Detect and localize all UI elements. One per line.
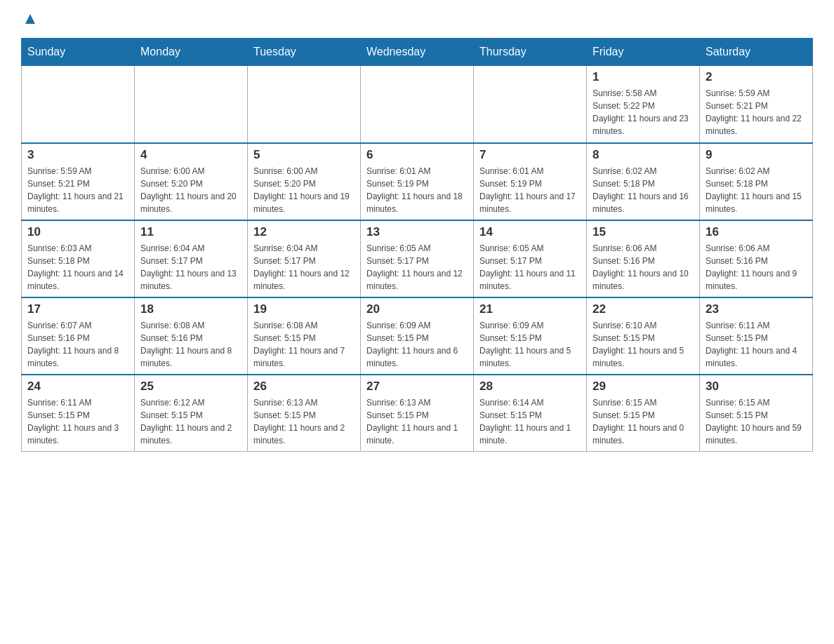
calendar-cell: 5Sunrise: 6:00 AM Sunset: 5:20 PM Daylig… [248, 143, 361, 220]
calendar-cell [22, 66, 135, 143]
logo [21, 14, 38, 27]
day-number: 28 [479, 380, 581, 394]
day-number: 13 [366, 225, 468, 239]
day-number: 27 [366, 380, 468, 394]
calendar-cell: 21Sunrise: 6:09 AM Sunset: 5:15 PM Dayli… [474, 297, 587, 375]
calendar-cell: 17Sunrise: 6:07 AM Sunset: 5:16 PM Dayli… [22, 297, 135, 375]
day-number: 24 [27, 380, 128, 394]
calendar-cell [135, 66, 248, 143]
day-number: 29 [593, 380, 694, 394]
calendar-cell: 20Sunrise: 6:09 AM Sunset: 5:15 PM Dayli… [361, 297, 474, 375]
day-number: 17 [27, 302, 128, 316]
day-number: 9 [706, 148, 807, 162]
day-number: 4 [140, 148, 241, 162]
day-number: 19 [253, 302, 355, 316]
calendar-cell: 10Sunrise: 6:03 AM Sunset: 5:18 PM Dayli… [22, 220, 135, 297]
day-number: 15 [593, 225, 694, 239]
calendar-cell: 8Sunrise: 6:02 AM Sunset: 5:18 PM Daylig… [587, 143, 700, 220]
calendar-cell: 30Sunrise: 6:15 AM Sunset: 5:15 PM Dayli… [700, 375, 813, 452]
calendar-cell: 29Sunrise: 6:15 AM Sunset: 5:15 PM Dayli… [587, 375, 700, 452]
day-info: Sunrise: 6:11 AM Sunset: 5:15 PM Dayligh… [706, 319, 807, 370]
day-info: Sunrise: 6:10 AM Sunset: 5:15 PM Dayligh… [593, 319, 694, 370]
day-info: Sunrise: 6:09 AM Sunset: 5:15 PM Dayligh… [479, 319, 581, 370]
calendar-cell: 16Sunrise: 6:06 AM Sunset: 5:16 PM Dayli… [700, 220, 813, 297]
calendar-cell: 28Sunrise: 6:14 AM Sunset: 5:15 PM Dayli… [474, 375, 587, 452]
day-info: Sunrise: 5:59 AM Sunset: 5:21 PM Dayligh… [27, 165, 128, 215]
calendar-cell: 12Sunrise: 6:04 AM Sunset: 5:17 PM Dayli… [248, 220, 361, 297]
day-number: 3 [27, 148, 128, 162]
day-info: Sunrise: 6:04 AM Sunset: 5:17 PM Dayligh… [140, 242, 241, 293]
weekday-header-friday: Friday [587, 39, 700, 66]
day-number: 1 [593, 70, 694, 84]
calendar-cell: 7Sunrise: 6:01 AM Sunset: 5:19 PM Daylig… [474, 143, 587, 220]
day-info: Sunrise: 6:06 AM Sunset: 5:16 PM Dayligh… [593, 242, 694, 293]
logo-triangle-icon [22, 11, 38, 27]
day-number: 18 [140, 302, 241, 316]
day-info: Sunrise: 6:01 AM Sunset: 5:19 PM Dayligh… [479, 165, 581, 215]
calendar-header-row: SundayMondayTuesdayWednesdayThursdayFrid… [22, 39, 813, 66]
day-number: 16 [706, 225, 807, 239]
day-info: Sunrise: 6:12 AM Sunset: 5:15 PM Dayligh… [140, 396, 241, 447]
calendar-table: SundayMondayTuesdayWednesdayThursdayFrid… [21, 38, 813, 452]
calendar-cell: 2Sunrise: 5:59 AM Sunset: 5:21 PM Daylig… [700, 66, 813, 143]
day-info: Sunrise: 6:00 AM Sunset: 5:20 PM Dayligh… [253, 165, 355, 215]
day-info: Sunrise: 6:09 AM Sunset: 5:15 PM Dayligh… [366, 319, 468, 370]
day-info: Sunrise: 6:15 AM Sunset: 5:15 PM Dayligh… [706, 396, 807, 447]
day-number: 2 [706, 70, 807, 84]
calendar-week-row: 10Sunrise: 6:03 AM Sunset: 5:18 PM Dayli… [22, 220, 813, 297]
calendar-cell: 6Sunrise: 6:01 AM Sunset: 5:19 PM Daylig… [361, 143, 474, 220]
calendar-cell [361, 66, 474, 143]
day-info: Sunrise: 5:58 AM Sunset: 5:22 PM Dayligh… [593, 87, 694, 137]
day-number: 22 [593, 302, 694, 316]
calendar-week-row: 3Sunrise: 5:59 AM Sunset: 5:21 PM Daylig… [22, 143, 813, 220]
day-number: 6 [366, 148, 468, 162]
day-info: Sunrise: 6:05 AM Sunset: 5:17 PM Dayligh… [366, 242, 468, 293]
calendar-cell: 11Sunrise: 6:04 AM Sunset: 5:17 PM Dayli… [135, 220, 248, 297]
weekday-header-wednesday: Wednesday [361, 39, 474, 66]
calendar-cell: 19Sunrise: 6:08 AM Sunset: 5:15 PM Dayli… [248, 297, 361, 375]
calendar-cell: 22Sunrise: 6:10 AM Sunset: 5:15 PM Dayli… [587, 297, 700, 375]
day-info: Sunrise: 6:07 AM Sunset: 5:16 PM Dayligh… [27, 319, 128, 370]
calendar-cell: 9Sunrise: 6:02 AM Sunset: 5:18 PM Daylig… [700, 143, 813, 220]
day-info: Sunrise: 6:06 AM Sunset: 5:16 PM Dayligh… [706, 242, 807, 293]
day-number: 30 [706, 380, 807, 394]
day-info: Sunrise: 6:08 AM Sunset: 5:16 PM Dayligh… [140, 319, 241, 370]
day-info: Sunrise: 6:02 AM Sunset: 5:18 PM Dayligh… [593, 165, 694, 215]
day-info: Sunrise: 6:05 AM Sunset: 5:17 PM Dayligh… [479, 242, 581, 293]
day-number: 11 [140, 225, 241, 239]
day-info: Sunrise: 6:00 AM Sunset: 5:20 PM Dayligh… [140, 165, 241, 215]
calendar-cell: 15Sunrise: 6:06 AM Sunset: 5:16 PM Dayli… [587, 220, 700, 297]
day-info: Sunrise: 5:59 AM Sunset: 5:21 PM Dayligh… [706, 87, 807, 137]
day-info: Sunrise: 6:08 AM Sunset: 5:15 PM Dayligh… [253, 319, 355, 370]
day-number: 10 [27, 225, 128, 239]
day-number: 8 [593, 148, 694, 162]
day-number: 23 [706, 302, 807, 316]
day-info: Sunrise: 6:13 AM Sunset: 5:15 PM Dayligh… [253, 396, 355, 447]
weekday-header-tuesday: Tuesday [248, 39, 361, 66]
calendar-cell: 3Sunrise: 5:59 AM Sunset: 5:21 PM Daylig… [22, 143, 135, 220]
calendar-cell: 14Sunrise: 6:05 AM Sunset: 5:17 PM Dayli… [474, 220, 587, 297]
day-info: Sunrise: 6:14 AM Sunset: 5:15 PM Dayligh… [479, 396, 581, 447]
day-number: 12 [253, 225, 355, 239]
day-info: Sunrise: 6:04 AM Sunset: 5:17 PM Dayligh… [253, 242, 355, 293]
day-info: Sunrise: 6:15 AM Sunset: 5:15 PM Dayligh… [593, 396, 694, 447]
page-header [21, 14, 813, 27]
day-number: 7 [479, 148, 581, 162]
day-number: 25 [140, 380, 241, 394]
calendar-week-row: 17Sunrise: 6:07 AM Sunset: 5:16 PM Dayli… [22, 297, 813, 375]
day-number: 5 [253, 148, 355, 162]
svg-marker-0 [25, 14, 35, 24]
day-info: Sunrise: 6:03 AM Sunset: 5:18 PM Dayligh… [27, 242, 128, 293]
day-number: 21 [479, 302, 581, 316]
day-info: Sunrise: 6:01 AM Sunset: 5:19 PM Dayligh… [366, 165, 468, 215]
calendar-cell [248, 66, 361, 143]
calendar-week-row: 24Sunrise: 6:11 AM Sunset: 5:15 PM Dayli… [22, 375, 813, 452]
day-number: 20 [366, 302, 468, 316]
day-number: 26 [253, 380, 355, 394]
calendar-cell: 24Sunrise: 6:11 AM Sunset: 5:15 PM Dayli… [22, 375, 135, 452]
weekday-header-thursday: Thursday [474, 39, 587, 66]
calendar-cell: 26Sunrise: 6:13 AM Sunset: 5:15 PM Dayli… [248, 375, 361, 452]
calendar-cell: 1Sunrise: 5:58 AM Sunset: 5:22 PM Daylig… [587, 66, 700, 143]
weekday-header-sunday: Sunday [22, 39, 135, 66]
weekday-header-saturday: Saturday [700, 39, 813, 66]
